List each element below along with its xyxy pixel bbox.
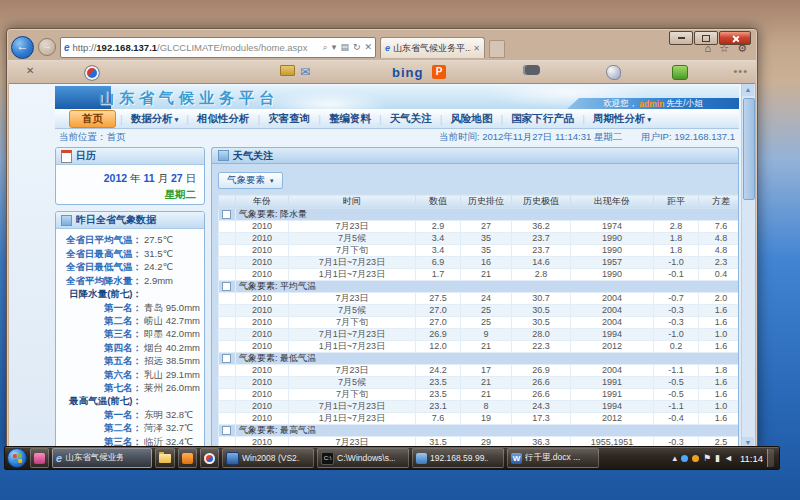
stat-label: 全省日平均气温： — [56, 233, 142, 246]
group-checkbox[interactable] — [222, 354, 231, 363]
nav-item-3[interactable]: 灾害查询 — [260, 112, 318, 126]
scrollbar-thumb[interactable] — [743, 98, 755, 200]
row-check-cell — [219, 317, 236, 329]
bing-logo[interactable]: bing — [392, 65, 423, 80]
group-checkbox[interactable] — [222, 210, 231, 219]
p-badge-icon[interactable]: P — [432, 65, 446, 79]
table-cell: 1990 — [571, 233, 654, 245]
nav-item-6[interactable]: 风险地图 — [442, 112, 500, 126]
forward-button[interactable]: → — [38, 38, 56, 56]
table-cell: 1.6 — [699, 305, 740, 317]
address-dropdown-icon[interactable]: ▾ — [332, 42, 337, 52]
stat-line: 第五名：招远 38.5mm — [56, 354, 200, 367]
minimize-button[interactable] — [669, 31, 693, 45]
table-cell: 1994 — [571, 401, 654, 413]
taskbar-app2-button[interactable] — [200, 448, 219, 468]
table-cell: -1.1 — [654, 401, 699, 413]
welcome-ribbon: 欢迎您，admin先生/小姐 — [567, 98, 739, 109]
camera-icon[interactable] — [523, 65, 540, 75]
compatibility-icon[interactable]: ▤ — [340, 42, 349, 52]
nav-item-0[interactable]: 首页 — [69, 110, 116, 128]
table-row: 20107月下旬3.43523.719901.84.8 — [219, 245, 740, 257]
nav-item-4[interactable]: 整编资料 — [321, 112, 379, 126]
close-button[interactable] — [719, 31, 751, 45]
stat-line: 第三名：即墨 42.0mm — [56, 327, 200, 340]
mail-icon[interactable]: ✉ — [300, 65, 310, 79]
table-cell: 23.7 — [512, 233, 571, 245]
table-cell: 28.0 — [512, 329, 571, 341]
table-cell: 2010 — [236, 401, 289, 413]
user-ip-label: 用户IP: 192.168.137.1 — [641, 131, 735, 142]
main-panel: 天气关注 气象要素▾ 年份时间数值历史排位历史极值出现年份距平方差 气象要素: … — [211, 147, 739, 449]
group-checkbox[interactable] — [222, 426, 231, 435]
table-cell: 7月5候 — [289, 377, 416, 389]
group-checkbox[interactable] — [222, 282, 231, 291]
table-cell: 1.8 — [654, 245, 699, 257]
taskbar-cmd-button[interactable]: C:\ C:\Windows\s... — [317, 448, 409, 468]
stop-icon[interactable]: ✕ — [364, 42, 372, 52]
scroll-up-icon[interactable]: ▲ — [742, 84, 754, 96]
table-row: 20101月1日~7月23日12.02122.320120.21.6 — [219, 341, 740, 353]
tab-close-icon[interactable]: ✕ — [473, 44, 480, 53]
hidden-icons-arrow-icon[interactable]: ▴ — [672, 453, 677, 463]
group-check-cell — [219, 353, 236, 365]
stat-value: 莱州 26.0mm — [142, 381, 200, 394]
show-desktop-button[interactable] — [767, 449, 774, 467]
table-cell: 2010 — [236, 365, 289, 377]
maximize-button[interactable] — [694, 31, 718, 45]
taskbar-app1-button[interactable] — [178, 448, 197, 468]
refresh-icon[interactable]: ↻ — [353, 42, 361, 52]
nav-item-1[interactable]: 数据分析▾ — [123, 112, 187, 126]
column-header: 年份 — [236, 195, 289, 209]
taskbar-clock[interactable]: 11:14 — [740, 453, 763, 464]
search-icon[interactable]: ⌕ — [323, 42, 328, 53]
taskbar-vm-button[interactable]: Win2008 (VS2... — [222, 448, 314, 468]
table-cell: 36.2 — [512, 221, 571, 233]
taskbar-media-button[interactable] — [30, 448, 49, 468]
browser-logo-icon[interactable] — [84, 65, 100, 81]
nav-item-5[interactable]: 天气关注 — [382, 112, 440, 126]
addon-toolbar: ✕ ✉ bing P ••• — [8, 60, 756, 84]
new-tab-button[interactable] — [489, 40, 505, 58]
security-shield-icon[interactable] — [692, 455, 699, 462]
table-cell: 17.3 — [512, 413, 571, 425]
table-cell: 2010 — [236, 341, 289, 353]
action-center-flag-icon[interactable]: ⚑ — [703, 453, 711, 463]
paw-icon[interactable] — [606, 65, 621, 80]
element-filter-button[interactable]: 气象要素▾ — [218, 172, 283, 189]
row-check-cell — [219, 257, 236, 269]
stat-line: 第二名：崂山 42.7mm — [56, 314, 200, 327]
table-cell: 27.0 — [416, 317, 461, 329]
site-title: 山东省气候业务平台 — [99, 89, 279, 108]
community-icon[interactable] — [672, 65, 688, 80]
volume-icon[interactable]: ◄ — [724, 453, 733, 463]
stat-line: 第四名：烟台 40.2mm — [56, 341, 200, 354]
table-cell: 1.7 — [416, 269, 461, 281]
address-bar[interactable]: e http://192.168.137.1/GLCCLIMATE/module… — [60, 37, 376, 58]
taskbar-ie-button[interactable]: e 山东省气候业务平... — [52, 448, 152, 468]
nav-item-7[interactable]: 国家下行产品 — [503, 112, 582, 126]
table-cell: -1.1 — [654, 365, 699, 377]
system-tray: ▴ ⚑ ▮ ◄ 11:14 — [672, 449, 777, 467]
taskbar-rdp-button[interactable]: 192.168.59.99... — [412, 448, 504, 468]
network-status-icon[interactable] — [681, 455, 688, 462]
page-favicon: e — [64, 42, 70, 53]
taskbar-word-button[interactable]: W 行千里.docx ... — [507, 448, 599, 468]
card-icon[interactable] — [280, 65, 295, 76]
header-check-cell — [219, 195, 236, 209]
table-cell: 26.6 — [512, 377, 571, 389]
toolbar-close-icon[interactable]: ✕ — [26, 65, 34, 76]
taskbar-explorer-button[interactable] — [155, 448, 175, 468]
row-check-cell — [219, 293, 236, 305]
start-button[interactable] — [7, 448, 27, 468]
network-icon[interactable]: ▮ — [715, 453, 720, 463]
nav-item-2[interactable]: 相似性分析 — [189, 112, 258, 126]
more-options-icon[interactable]: ••• — [733, 65, 748, 77]
table-cell: 14.6 — [512, 257, 571, 269]
back-button[interactable]: ← — [11, 36, 34, 59]
browser-tab[interactable]: e 山东省气候业务平... ✕ — [380, 37, 485, 58]
vertical-scrollbar[interactable]: ▲ ▼ — [741, 84, 755, 449]
stats-panel-title: 昨日全省气象数据 — [76, 213, 156, 227]
nav-item-8[interactable]: 周期性分析▾ — [585, 112, 659, 126]
url-path: /GLCCLIMATE/modules/home.aspx — [157, 42, 319, 53]
